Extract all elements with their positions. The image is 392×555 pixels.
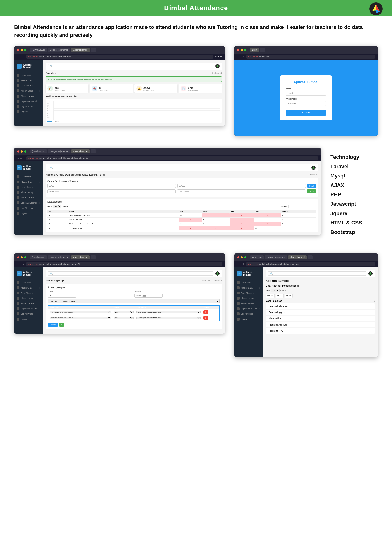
sb-absenjurusan-4[interactable]: Absen Jurusan <box>14 301 43 306</box>
sidebar-item-laporan-1[interactable]: Laporan Absensi <box>14 99 43 104</box>
sidebar-item-dashboard-1[interactable]: Dashboard <box>14 73 43 78</box>
sb-log-5[interactable]: Log Aktivitas <box>234 311 263 316</box>
export-print[interactable]: Print <box>285 293 293 298</box>
tab-wa-3[interactable]: (1) WhatsApp <box>30 149 47 153</box>
entries-select-3[interactable]: All <box>53 204 61 208</box>
dot-red-3[interactable] <box>17 150 19 153</box>
tab-trans-3[interactable]: Google Terjemahan <box>48 149 70 153</box>
dot-yellow-1[interactable] <box>21 49 23 51</box>
tab-absensi-3[interactable]: Absensi Bimbel <box>71 149 90 153</box>
ket-select-0[interactable]: Keterangan Jika Sakit dan Telat <box>136 311 201 314</box>
sb-masterdata-5[interactable]: Master Data <box>234 285 263 290</box>
sb-absenjurusan-3[interactable]: Absen Jurusan <box>14 195 43 200</box>
tab-login-2[interactable]: Login <box>250 48 259 52</box>
tab-absensi-1[interactable]: Absensi Bimbel <box>71 48 90 52</box>
dot-red-4[interactable] <box>17 256 19 258</box>
pilih-guru-select[interactable]: Pilih Guru Dan Mata Pelajaran <box>48 299 220 303</box>
sb-laporan-5[interactable]: Laporan Absensi <box>234 306 263 311</box>
sb-laporan-4[interactable]: Laporan Absensi <box>14 306 43 311</box>
alert-close[interactable]: ✕ <box>218 78 219 80</box>
email-input[interactable] <box>286 91 326 96</box>
dot-green-1[interactable] <box>24 49 26 51</box>
dot-yellow-2[interactable] <box>241 49 243 51</box>
dot-green-4[interactable] <box>24 256 26 258</box>
search-input-5[interactable] <box>268 271 366 276</box>
nav-4[interactable]: ← → ↻ <box>17 263 24 265</box>
sb-laporan-3[interactable]: Laporan Absensi <box>14 200 43 205</box>
sb-absenjurusan-5[interactable]: Absen Jurusan <box>234 301 263 306</box>
subject-item-2[interactable]: Matematika <box>266 316 375 321</box>
tab-absensi-5[interactable]: Absensi Bimbel <box>288 255 307 259</box>
sb-absengroup-4[interactable]: Absen Group <box>14 296 43 301</box>
search-input-3[interactable] <box>48 166 309 170</box>
sidebar-item-absenjurusan-1[interactable]: Absen Jurusan <box>14 94 43 99</box>
dot-yellow-3[interactable] <box>21 150 23 153</box>
sb-dashboard-4[interactable]: Dashboard <box>14 280 43 285</box>
group-input[interactable] <box>48 293 76 298</box>
sidebar-item-logout-1[interactable]: Logout <box>14 109 43 114</box>
tab-wa-5[interactable]: WhatsApp <box>250 255 264 259</box>
tab-plus-2[interactable]: + <box>260 48 265 52</box>
sb-absengroup-3[interactable]: Absen Group <box>14 190 43 195</box>
simpan-button[interactable]: Simpan <box>48 323 58 327</box>
sb-dashboard-5[interactable]: Dashboard <box>234 280 263 285</box>
subject-item-1[interactable]: Bahasa Inggris <box>266 310 375 315</box>
sb-log-3[interactable]: Log Aktivitas <box>14 205 43 211</box>
url-bar-4[interactable]: Not Secure bimbel.smkn1ciomas.sch.id/abs… <box>26 262 222 266</box>
sort-icon[interactable]: ↕ <box>374 300 375 302</box>
tab-plus-4[interactable]: + <box>91 255 96 259</box>
tab-translate-1[interactable]: Google Terjemahan <box>48 48 70 52</box>
add-row-button[interactable]: + <box>59 323 64 327</box>
tab-trans-4[interactable]: Google Terjemahan <box>48 255 70 259</box>
sidebar-item-masterdata-1[interactable]: Master Data <box>14 78 43 83</box>
dot-yellow-4[interactable] <box>21 256 23 258</box>
sidebar-item-absengroup-1[interactable]: Absen Group <box>14 88 43 94</box>
password-input[interactable] <box>286 101 326 106</box>
date-input-3[interactable] <box>47 189 176 193</box>
sb-logout-5[interactable]: Logout <box>234 316 263 322</box>
sb-dataabsensi-4[interactable]: Data Absensi <box>14 290 43 296</box>
tab-plus-3[interactable]: + <box>91 149 96 153</box>
date-input-4[interactable] <box>177 189 306 193</box>
dot-green-2[interactable] <box>244 49 246 51</box>
date-input-group[interactable] <box>135 293 163 298</box>
dot-green-5[interactable] <box>244 256 246 258</box>
nav-3[interactable]: ← → ↻ <box>17 157 24 160</box>
sidebar-item-dataabsensi-1[interactable]: Data Absensi <box>14 83 43 88</box>
cetak-button[interactable]: Cetak <box>307 184 316 188</box>
sb-absengroup-5[interactable]: Absen Group <box>234 296 263 301</box>
nav-5[interactable]: ← → ↻ <box>237 263 244 265</box>
tab-trans-5[interactable]: Google Terjemahan <box>265 255 287 259</box>
sb-dataabsensi-3[interactable]: Data Absensi <box>14 185 43 190</box>
export-excel[interactable]: Excel <box>266 293 275 298</box>
tab-plus-5[interactable]: + <box>307 255 313 259</box>
url-bar-1[interactable]: Not Secure bimbel.smkn1ciomas.sch.id/hom… <box>26 55 213 58</box>
export-pdf[interactable]: PDF <box>276 293 284 298</box>
delete-button-0[interactable]: 🗑 <box>203 310 208 314</box>
subject-item-3[interactable]: Produktif Animasi <box>266 322 375 328</box>
student-select-0[interactable]: Pilih Siswa Yang Tidak Masuk <box>50 311 111 314</box>
student-select-1[interactable]: Pilih Siswa Yang Tidak Masuk <box>50 316 111 319</box>
export-button[interactable]: Export <box>307 189 316 193</box>
entries-select-5[interactable]: 10 <box>271 289 280 292</box>
subject-item-4[interactable]: Produktif RPL <box>266 328 375 334</box>
nav-back-2[interactable]: ← → ↻ <box>237 56 244 58</box>
tab-plus-1[interactable]: + <box>91 48 96 52</box>
sb-masterdata-4[interactable]: Master Data <box>14 285 43 290</box>
sb-dataabsensi-5[interactable]: Data Absensi <box>234 290 263 296</box>
tab-absensi-4[interactable]: Absensi Bimbel <box>71 255 90 259</box>
sb-log-4[interactable]: Log Aktivitas <box>14 311 43 316</box>
nav-back-1[interactable]: ← → ↻ <box>17 56 24 58</box>
ket-select-1[interactable]: Keterangan Jika Sakit dan Telat <box>136 316 201 319</box>
dot-red-2[interactable] <box>237 49 239 51</box>
url-bar-2[interactable]: Not Secure bimbel.smk... <box>246 55 375 58</box>
alasan-select-1[interactable]: Izin <box>114 316 134 319</box>
sidebar-item-log-1[interactable]: Log Aktivitas <box>14 104 43 109</box>
dot-green-3[interactable] <box>24 150 26 153</box>
sb-masterdata-3[interactable]: Master Data <box>14 179 43 185</box>
dot-red-5[interactable] <box>237 256 239 258</box>
sb-dashboard-3[interactable]: Dashboard <box>14 174 43 179</box>
search-input-1[interactable] <box>48 64 214 68</box>
url-bar-3[interactable]: Not Secure bimbel.smkn1ciomas.sch.id/abs… <box>26 156 318 160</box>
search-input-4[interactable] <box>48 271 214 276</box>
